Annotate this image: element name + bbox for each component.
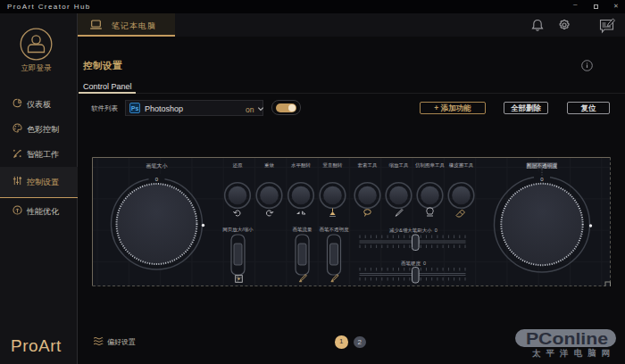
svg-text:缩放工具: 缩放工具 [389, 162, 410, 169]
svg-text:画笔大小: 画笔大小 [146, 162, 169, 169]
svg-text:竖直翻转: 竖直翻转 [323, 162, 344, 168]
svg-text:套索工具: 套索工具 [358, 162, 379, 168]
svg-text:橡皮擦工具: 橡皮擦工具 [449, 162, 474, 169]
svg-text:图层不透明度: 图层不透明度 [527, 162, 558, 170]
svg-text:画笔流量: 画笔流量 [293, 227, 313, 233]
svg-text:画笔不透明度: 画笔不透明度 [320, 227, 350, 233]
svg-text:仿制图章工具: 仿制图章工具 [415, 162, 446, 169]
svg-text:画笔硬度 0: 画笔硬度 0 [401, 261, 426, 267]
svg-text:还原: 还原 [233, 162, 244, 168]
svg-text:水平翻转: 水平翻转 [291, 162, 312, 168]
svg-text:减少&增大笔刷大小 0: 减少&增大笔刷大小 0 [389, 228, 438, 233]
svg-text:网页放大/缩小: 网页放大/缩小 [222, 227, 254, 233]
svg-text:重做: 重做 [264, 162, 275, 168]
